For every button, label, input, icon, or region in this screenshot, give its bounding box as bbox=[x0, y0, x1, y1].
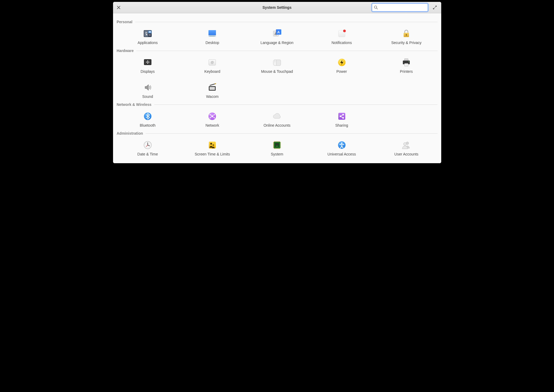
item-date-time[interactable]: Date & Time bbox=[117, 140, 179, 156]
displays-icon bbox=[143, 58, 152, 67]
svg-rect-15 bbox=[210, 36, 210, 37]
svg-rect-19 bbox=[214, 36, 215, 37]
item-power[interactable]: Power bbox=[311, 58, 373, 74]
item-label: Keyboard bbox=[204, 69, 220, 74]
item-label: Mouse & Touchpad bbox=[261, 69, 293, 74]
svg-rect-52 bbox=[338, 113, 345, 120]
svg-point-69 bbox=[278, 146, 278, 146]
search-field[interactable] bbox=[372, 3, 428, 11]
item-applications[interactable]: ♪ Applications bbox=[117, 29, 179, 45]
svg-text:@: @ bbox=[211, 61, 214, 64]
section-hardware: Hardware Displays bbox=[117, 49, 437, 99]
clock-icon bbox=[143, 140, 152, 150]
item-bluetooth[interactable]: Bluetooth bbox=[117, 111, 179, 127]
item-sound[interactable]: Sound bbox=[117, 83, 179, 99]
svg-rect-18 bbox=[213, 36, 214, 37]
svg-rect-66 bbox=[276, 144, 278, 145]
item-label: Screen Time & Limits bbox=[195, 152, 230, 156]
divider bbox=[135, 22, 437, 22]
search-input[interactable] bbox=[379, 5, 426, 10]
item-label: Date & Time bbox=[137, 152, 158, 156]
item-user-accounts[interactable]: User Accounts bbox=[375, 140, 437, 156]
svg-point-68 bbox=[277, 146, 277, 146]
item-label: Wacom bbox=[206, 94, 219, 99]
desktop-icon bbox=[207, 29, 217, 38]
maximize-button[interactable] bbox=[430, 2, 440, 13]
titlebar: System Settings bbox=[113, 2, 441, 13]
section-personal: Personal ♪ bbox=[117, 20, 437, 45]
svg-rect-44 bbox=[210, 87, 215, 90]
item-network[interactable]: Network bbox=[181, 111, 243, 127]
sound-icon bbox=[143, 83, 152, 92]
item-label: Bluetooth bbox=[140, 123, 155, 127]
item-label: Sharing bbox=[335, 123, 348, 127]
universal-access-icon bbox=[337, 140, 347, 150]
divider bbox=[146, 133, 437, 134]
svg-line-1 bbox=[376, 8, 378, 9]
item-label: Notifications bbox=[331, 41, 352, 45]
item-label: Language & Region bbox=[260, 41, 294, 45]
screen-time-icon bbox=[207, 140, 217, 150]
item-screen-time[interactable]: Screen Time & Limits bbox=[181, 140, 243, 156]
item-label: Sound bbox=[142, 94, 153, 99]
lock-icon bbox=[402, 29, 411, 38]
svg-rect-7 bbox=[149, 31, 151, 32]
svg-rect-13 bbox=[208, 30, 216, 36]
item-security-privacy[interactable]: Security & Privacy bbox=[375, 29, 437, 45]
item-displays[interactable]: Displays bbox=[117, 58, 179, 74]
section-title: Hardware bbox=[117, 49, 134, 53]
wacom-icon bbox=[207, 83, 217, 92]
keyboard-icon: @ bbox=[207, 58, 217, 67]
item-label: Desktop bbox=[206, 41, 219, 45]
sharing-icon bbox=[337, 111, 347, 121]
system-icon bbox=[272, 140, 282, 150]
svg-rect-29 bbox=[406, 35, 407, 36]
item-wacom[interactable]: Wacom bbox=[181, 83, 243, 99]
svg-rect-39 bbox=[404, 63, 408, 66]
item-printers[interactable]: Printers bbox=[375, 58, 437, 74]
section-network-wireless: Network & Wireless Bluetooth bbox=[117, 102, 437, 127]
item-mouse-touchpad[interactable]: Mouse & Touchpad bbox=[246, 58, 308, 74]
item-system[interactable]: System bbox=[246, 140, 308, 156]
svg-point-42 bbox=[408, 61, 409, 62]
printers-icon bbox=[402, 58, 411, 67]
svg-point-71 bbox=[341, 142, 343, 144]
item-online-accounts[interactable]: Online Accounts bbox=[246, 111, 308, 127]
item-label: Applications bbox=[138, 41, 158, 45]
close-button[interactable] bbox=[113, 2, 124, 13]
divider bbox=[154, 105, 437, 105]
svg-rect-16 bbox=[211, 36, 211, 37]
power-icon bbox=[337, 58, 347, 67]
divider bbox=[136, 51, 437, 51]
svg-rect-34 bbox=[276, 60, 281, 66]
svg-point-67 bbox=[276, 146, 276, 146]
item-label: Power bbox=[336, 69, 347, 74]
section-administration: Administration Date & Time bbox=[117, 131, 437, 156]
section-title: Administration bbox=[117, 131, 143, 135]
svg-point-73 bbox=[404, 143, 407, 146]
close-icon bbox=[117, 6, 120, 9]
section-title: Personal bbox=[117, 20, 133, 24]
svg-rect-17 bbox=[212, 36, 212, 37]
item-sharing[interactable]: Sharing bbox=[311, 111, 373, 127]
item-notifications[interactable]: Notifications bbox=[311, 29, 373, 45]
svg-point-62 bbox=[210, 143, 212, 145]
svg-text:A: A bbox=[277, 30, 280, 34]
system-settings-window: System Settings Personal bbox=[113, 2, 441, 163]
svg-rect-37 bbox=[404, 59, 408, 61]
item-label: Displays bbox=[140, 69, 155, 74]
svg-point-63 bbox=[213, 145, 214, 146]
item-label: Network bbox=[206, 123, 219, 127]
item-label: Online Accounts bbox=[263, 123, 290, 127]
item-language-region[interactable]: あ A Language & Region bbox=[246, 29, 308, 45]
item-universal-access[interactable]: Universal Access bbox=[311, 140, 373, 156]
search-icon bbox=[374, 5, 378, 10]
item-label: User Accounts bbox=[394, 152, 418, 156]
notifications-icon bbox=[337, 29, 347, 38]
item-label: Universal Access bbox=[327, 152, 356, 156]
item-keyboard[interactable]: @ Keyboard bbox=[181, 58, 243, 74]
item-label: Printers bbox=[400, 69, 413, 74]
item-desktop[interactable]: Desktop bbox=[181, 29, 243, 45]
expand-icon bbox=[433, 6, 437, 9]
applications-icon: ♪ bbox=[143, 29, 152, 38]
